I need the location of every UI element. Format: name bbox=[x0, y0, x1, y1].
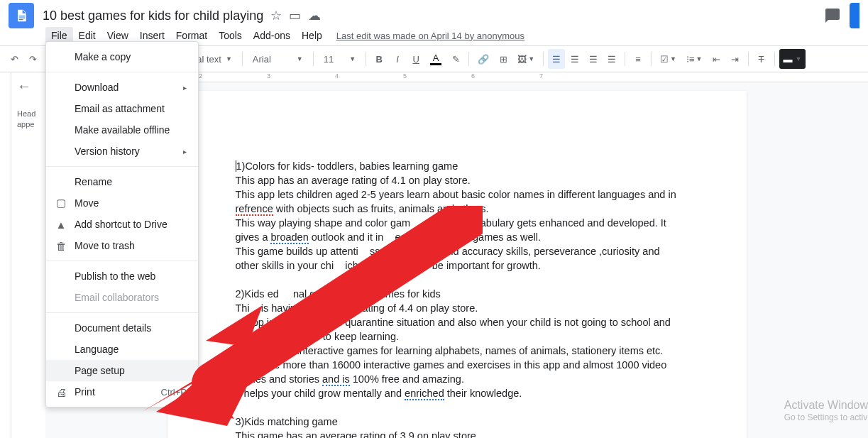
menu-help[interactable]: Help bbox=[296, 27, 328, 44]
undo-button[interactable]: ↶ bbox=[6, 49, 23, 69]
clear-formatting-button[interactable]: T bbox=[753, 49, 770, 69]
menu-addons[interactable]: Add-ons bbox=[248, 27, 296, 44]
font-select[interactable]: Arial▼ bbox=[247, 51, 309, 67]
menu-make-copy[interactable]: Make a copy bbox=[46, 46, 198, 67]
menu-email-collaborators: Email collaborators bbox=[46, 287, 198, 308]
align-justify-button[interactable]: ☰ bbox=[603, 49, 620, 69]
insert-comment-button[interactable]: ⊞ bbox=[495, 49, 512, 69]
insert-image-button[interactable]: 🖼▼ bbox=[513, 49, 539, 69]
text-color-button[interactable]: A bbox=[426, 49, 446, 69]
last-edit-link[interactable]: Last edit was made on April 14 by anonym… bbox=[336, 31, 524, 41]
outline-back-arrow[interactable]: ← bbox=[17, 78, 40, 94]
menu-publish-web[interactable]: Publish to the web bbox=[46, 265, 198, 287]
editing-mode-button[interactable]: ▬▼ bbox=[779, 49, 806, 69]
menu-move-trash[interactable]: 🗑Move to trash bbox=[46, 235, 198, 256]
comments-icon[interactable] bbox=[824, 7, 841, 24]
file-menu-dropdown: Make a copy Download▸ Email as attachmen… bbox=[45, 41, 199, 407]
cloud-status-icon: ☁ bbox=[308, 8, 321, 23]
menu-available-offline[interactable]: Make available offline bbox=[46, 119, 198, 141]
underline-button[interactable]: U bbox=[407, 49, 424, 69]
bold-button[interactable]: B bbox=[370, 49, 388, 69]
highlight-button[interactable]: ✎ bbox=[447, 49, 464, 69]
document-title[interactable]: 10 best games for kids for child playing bbox=[43, 9, 263, 23]
menu-version-history[interactable]: Version history▸ bbox=[46, 141, 198, 162]
menu-add-shortcut[interactable]: ▲Add shortcut to Drive bbox=[46, 214, 198, 235]
document-page[interactable]: 1)Colors for kids- toddlers, babies lear… bbox=[167, 91, 747, 438]
insert-link-button[interactable]: 🔗 bbox=[473, 49, 493, 69]
decrease-indent-button[interactable]: ⇤ bbox=[708, 49, 725, 69]
align-right-button[interactable]: ☰ bbox=[585, 49, 602, 69]
menu-document-details[interactable]: Document details bbox=[46, 317, 198, 339]
increase-indent-button[interactable]: ⇥ bbox=[727, 49, 744, 69]
vertical-ruler bbox=[0, 72, 11, 438]
redo-button[interactable]: ↷ bbox=[24, 49, 41, 69]
menu-download[interactable]: Download▸ bbox=[46, 77, 198, 98]
move-folder-icon[interactable]: ▭ bbox=[289, 8, 301, 23]
svg-rect-0 bbox=[19, 16, 25, 16]
menu-print[interactable]: 🖨PrintCtrl+P bbox=[46, 381, 198, 403]
menu-email-attachment[interactable]: Email as attachment bbox=[46, 98, 198, 119]
italic-button[interactable]: I bbox=[389, 49, 406, 69]
menu-language[interactable]: Language bbox=[46, 339, 198, 360]
checklist-button[interactable]: ☑▼ bbox=[656, 49, 681, 69]
font-size-select[interactable]: 11▼ bbox=[318, 51, 361, 67]
star-icon[interactable]: ☆ bbox=[270, 8, 282, 23]
line-spacing-button[interactable]: ≡ bbox=[630, 49, 647, 69]
folder-icon: ▢ bbox=[55, 197, 67, 209]
drive-shortcut-icon: ▲ bbox=[55, 218, 67, 231]
menu-rename[interactable]: Rename bbox=[46, 171, 198, 192]
windows-activation-watermark: Activate Window Go to Settings to activ bbox=[784, 398, 868, 424]
docs-logo[interactable] bbox=[9, 3, 34, 28]
svg-rect-2 bbox=[19, 19, 23, 20]
align-left-button[interactable]: ☰ bbox=[548, 49, 565, 69]
menu-page-setup[interactable]: Page setup bbox=[46, 360, 198, 381]
trash-icon: 🗑 bbox=[55, 239, 67, 252]
menu-move[interactable]: ▢Move bbox=[46, 192, 198, 214]
print-icon: 🖨 bbox=[55, 385, 67, 398]
svg-rect-1 bbox=[19, 18, 25, 18]
bulleted-list-button[interactable]: ⁝≡▼ bbox=[682, 49, 707, 69]
outline-placeholder: Headappe bbox=[17, 109, 40, 131]
share-button-edge[interactable] bbox=[850, 3, 859, 28]
menu-tools[interactable]: Tools bbox=[213, 27, 248, 44]
align-center-button[interactable]: ☰ bbox=[566, 49, 583, 69]
